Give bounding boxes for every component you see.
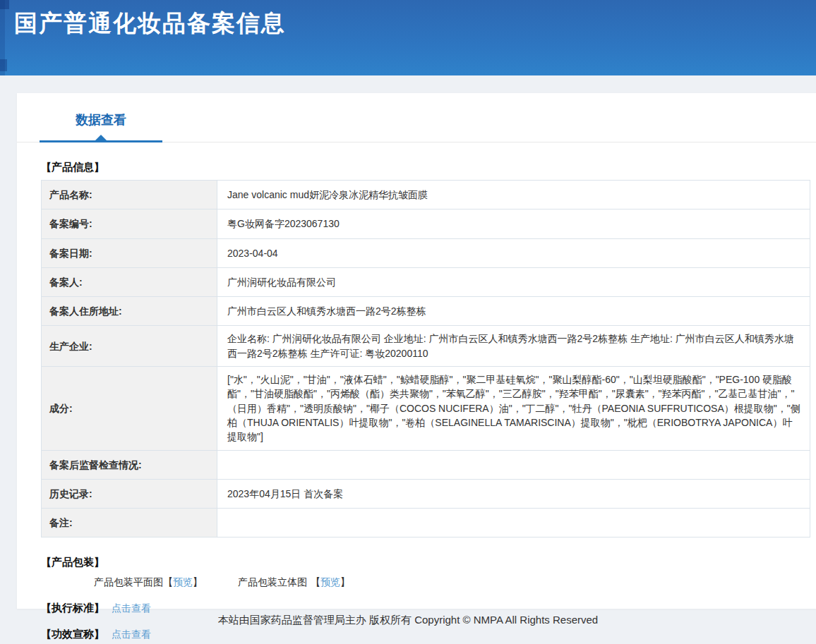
row-label: 历史记录:: [42, 479, 217, 508]
table-row: 生产企业: 企业名称: 广州润研化妆品有限公司 企业地址: 广州市白云区人和镇秀…: [42, 326, 810, 367]
bracket-open: 【: [311, 576, 320, 588]
table-row: 产品名称: Jane volcanic mud妍泥冷泉冰泥精华抗皱面膜: [42, 181, 810, 209]
row-label: 备案编号:: [42, 209, 217, 238]
row-label: 生产企业:: [42, 326, 217, 367]
package-stereo-label: 产品包装立体图: [238, 576, 307, 588]
row-label: 备案后监督检查情况:: [42, 450, 217, 479]
footer-copyright: 本站由国家药品监督管理局主办 版权所有 Copyright © NMPA All…: [0, 614, 816, 627]
table-row: 备案后监督检查情况:: [42, 450, 810, 479]
table-row: 备案编号: 粤G妆网备字2023067130: [42, 209, 810, 238]
table-row: 备案日期: 2023-04-04: [42, 238, 810, 267]
tab-bar: 数据查看: [17, 93, 816, 142]
page-title: 国产普通化妆品备案信息: [0, 0, 816, 40]
row-label: 备注:: [42, 509, 217, 537]
row-value: 广州润研化妆品有限公司: [217, 267, 810, 296]
row-value: [217, 509, 810, 537]
table-row: 成分: ["水"，"火山泥"，"甘油"，"液体石蜡"，"鲸蜡硬脂醇"，"聚二甲基…: [42, 367, 810, 450]
page-header: 国产普通化妆品备案信息: [0, 0, 816, 75]
package-preview-row: 产品包装平面图【预览】 产品包装立体图【预览】: [94, 576, 816, 589]
product-info-table: 产品名称: Jane volcanic mud妍泥冷泉冰泥精华抗皱面膜 备案编号…: [41, 180, 810, 537]
tab-active-pointer-icon: [95, 135, 107, 140]
package-flat-item: 产品包装平面图【预览】: [94, 576, 203, 589]
row-label: 备案人:: [42, 267, 217, 296]
banner-deco-square-top: [0, 0, 9, 9]
efficacy-claim-row: 【功效宣称】 点击查看: [41, 628, 816, 641]
tab-data-view-label: 数据查看: [76, 113, 126, 127]
row-value: 广州市白云区人和镇秀水塘西一路2号2栋整栋: [217, 297, 810, 326]
table-row: 备注:: [42, 509, 810, 537]
row-value: Jane volcanic mud妍泥冷泉冰泥精华抗皱面膜: [217, 181, 810, 209]
content-card: 数据查看 【产品信息】 产品名称: Jane volcanic mud妍泥冷泉冰…: [17, 93, 816, 609]
row-label: 成分:: [42, 367, 217, 450]
bracket-open: 【: [163, 576, 173, 588]
row-value: 2023-04-04: [217, 238, 810, 267]
table-row: 备案人住所地址: 广州市白云区人和镇秀水塘西一路2号2栋整栋: [42, 297, 810, 326]
bracket-close: 】: [340, 576, 350, 588]
row-label: 产品名称:: [42, 181, 217, 209]
section-product-package: 【产品包装】: [41, 556, 816, 569]
row-value: ["水"，"火山泥"，"甘油"，"液体石蜡"，"鲸蜡硬脂醇"，"聚二甲基硅氧烷"…: [217, 367, 810, 450]
tab-data-view[interactable]: 数据查看: [40, 111, 162, 142]
bracket-close: 】: [193, 576, 203, 588]
row-value: [217, 450, 810, 479]
package-stereo-item: 产品包装立体图【预览】: [238, 576, 350, 589]
row-value: 企业名称: 广州润研化妆品有限公司 企业地址: 广州市白云区人和镇秀水塘西一路2…: [217, 326, 810, 367]
section-product-info: 【产品信息】: [41, 161, 816, 174]
banner-deco-square-mid: [0, 59, 7, 71]
efficacy-claim-link[interactable]: 点击查看: [112, 628, 151, 641]
stereo-preview-link[interactable]: 预览: [320, 576, 340, 588]
section-efficacy-claim: 【功效宣称】: [41, 628, 104, 641]
table-row: 备案人: 广州润研化妆品有限公司: [42, 267, 810, 296]
row-value: 粤G妆网备字2023067130: [217, 209, 810, 238]
row-label: 备案人住所地址:: [42, 297, 217, 326]
table-row: 历史记录: 2023年04月15日 首次备案: [42, 479, 810, 508]
row-label: 备案日期:: [42, 238, 217, 267]
package-flat-label: 产品包装平面图: [94, 576, 163, 588]
flat-preview-link[interactable]: 预览: [173, 576, 193, 588]
row-value: 2023年04月15日 首次备案: [217, 479, 810, 508]
